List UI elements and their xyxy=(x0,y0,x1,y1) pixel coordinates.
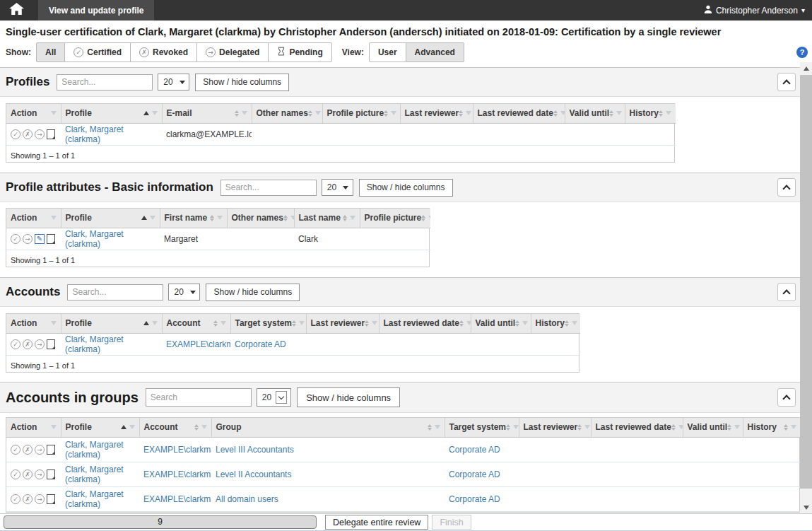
account-link[interactable]: EXAMPLE\clarkma xyxy=(143,494,211,504)
column-header-valid-until[interactable]: Valid until xyxy=(565,104,625,123)
filter-funnel-icon[interactable] xyxy=(51,216,57,220)
target-system-link[interactable]: Corporate AD xyxy=(235,339,286,349)
certify-icon[interactable]: ✓ xyxy=(11,494,20,504)
column-header-history[interactable]: History xyxy=(743,418,801,437)
revoke-icon[interactable]: ✗ xyxy=(23,339,33,349)
filter-funnel-icon[interactable] xyxy=(51,425,57,429)
column-header-last-reviewed-date[interactable]: Last reviewed date xyxy=(379,314,471,333)
column-header-last-reviewer[interactable]: Last reviewer xyxy=(306,314,379,333)
column-header-email[interactable]: E-mail xyxy=(162,104,252,123)
filter-funnel-icon[interactable] xyxy=(513,425,519,429)
scroll-down-button[interactable] xyxy=(800,501,812,513)
column-header-group[interactable]: Group xyxy=(211,418,445,437)
sort-icon[interactable] xyxy=(609,110,613,117)
revoke-icon[interactable]: ✗ xyxy=(23,494,33,504)
target-system-link[interactable]: Corporate AD xyxy=(449,469,500,479)
column-header-profile[interactable]: Profile xyxy=(61,104,162,123)
sort-icon[interactable] xyxy=(553,110,558,117)
filter-revoked-button[interactable]: ✗Revoked xyxy=(130,42,197,62)
filter-funnel-icon[interactable] xyxy=(466,321,471,325)
column-header-last-reviewed-date[interactable]: Last reviewed date xyxy=(473,104,565,123)
sort-ascending-icon[interactable] xyxy=(121,425,126,429)
filter-all-button[interactable]: All xyxy=(36,42,65,62)
filter-funnel-icon[interactable] xyxy=(201,425,207,429)
home-button[interactable] xyxy=(0,0,33,21)
delegate-entire-review-button[interactable]: Delegate entire review xyxy=(325,515,428,530)
filter-funnel-icon[interactable] xyxy=(220,321,226,325)
filter-certified-button[interactable]: ✓Certified xyxy=(64,42,131,62)
filter-funnel-icon[interactable] xyxy=(428,216,430,220)
note-icon[interactable] xyxy=(47,445,55,455)
account-link[interactable]: EXAMPLE\clarkma xyxy=(143,445,211,455)
column-header-action[interactable]: Action xyxy=(6,104,61,123)
group-link[interactable]: Level III Accountants xyxy=(216,445,294,455)
view-user-button[interactable]: User xyxy=(369,42,406,62)
edit-icon[interactable]: ✎ xyxy=(35,234,45,244)
sort-icon[interactable] xyxy=(213,320,218,327)
column-header-target-system[interactable]: Target system xyxy=(230,314,306,333)
sort-icon[interactable] xyxy=(659,110,663,117)
sort-icon[interactable] xyxy=(577,424,582,431)
attributes-show-hide-columns-button[interactable]: Show / hide columns xyxy=(359,179,453,197)
sort-icon[interactable] xyxy=(671,424,676,431)
column-header-profile[interactable]: Profile xyxy=(61,209,160,228)
column-header-target-system[interactable]: Target system xyxy=(445,418,519,437)
column-header-other-names[interactable]: Other names xyxy=(252,104,322,123)
vertical-scrollbar[interactable] xyxy=(800,62,812,513)
column-header-history[interactable]: History xyxy=(625,104,676,123)
sort-icon[interactable] xyxy=(235,110,239,117)
group-link[interactable]: Level II Accountants xyxy=(216,469,291,479)
profile-link[interactable]: Clark, Margaret (clarkma) xyxy=(65,489,124,509)
filter-funnel-icon[interactable] xyxy=(315,111,321,115)
profile-link[interactable]: Clark, Margaret (clarkma) xyxy=(65,465,124,484)
sort-icon[interactable] xyxy=(459,320,464,327)
scroll-up-button[interactable] xyxy=(800,62,812,74)
column-header-last-reviewed-date[interactable]: Last reviewed date xyxy=(591,418,683,437)
help-icon[interactable]: ? xyxy=(796,47,808,58)
column-header-last-reviewer[interactable]: Last reviewer xyxy=(400,104,473,123)
user-menu[interactable]: Christopher Anderson ▾ xyxy=(704,5,805,16)
column-header-profile[interactable]: Profile xyxy=(61,418,139,437)
sort-icon[interactable] xyxy=(292,320,296,327)
revoke-icon[interactable]: ✗ xyxy=(23,469,33,479)
delegate-icon[interactable]: → xyxy=(35,469,45,479)
filter-funnel-icon[interactable] xyxy=(51,111,57,115)
filter-funnel-icon[interactable] xyxy=(242,111,247,115)
certify-icon[interactable]: ✓ xyxy=(11,339,20,349)
sort-icon[interactable] xyxy=(506,424,510,431)
profiles-collapse-button[interactable] xyxy=(777,73,796,91)
filter-funnel-icon[interactable] xyxy=(666,111,671,115)
column-header-action[interactable]: Action xyxy=(6,209,61,228)
note-icon[interactable] xyxy=(47,494,55,504)
filter-funnel-icon[interactable] xyxy=(150,216,155,220)
sort-icon[interactable] xyxy=(459,110,463,117)
filter-funnel-icon[interactable] xyxy=(522,321,528,325)
accounts-search-input[interactable] xyxy=(67,284,163,300)
filter-funnel-icon[interactable] xyxy=(129,425,135,429)
groups-show-hide-columns-button[interactable]: Show / hide columns xyxy=(297,387,400,407)
profiles-search-input[interactable] xyxy=(57,74,153,91)
profile-link[interactable]: Clark, Margaret (clarkma) xyxy=(65,440,124,460)
note-icon[interactable] xyxy=(47,469,55,479)
column-header-profile[interactable]: Profile xyxy=(61,314,162,333)
account-link[interactable]: EXAMPLE\clarkma xyxy=(143,469,211,479)
column-header-account[interactable]: Account xyxy=(139,418,211,437)
attributes-collapse-button[interactable] xyxy=(777,178,796,197)
groups-page-size-select[interactable]: 20 xyxy=(257,388,291,407)
filter-funnel-icon[interactable] xyxy=(572,321,577,325)
sort-icon[interactable] xyxy=(384,110,388,117)
accounts-show-hide-columns-button[interactable]: Show / hide columns xyxy=(206,284,300,301)
column-header-profile-picture[interactable]: Profile picture xyxy=(322,104,400,123)
delegate-icon[interactable]: → xyxy=(35,129,45,139)
delegate-icon[interactable]: → xyxy=(35,445,45,455)
filter-funnel-icon[interactable] xyxy=(584,425,590,429)
note-icon[interactable] xyxy=(47,129,55,139)
note-icon[interactable] xyxy=(47,339,55,349)
profiles-show-hide-columns-button[interactable]: Show / hide columns xyxy=(195,74,289,91)
tab-view-and-update-profile[interactable]: View and update profile xyxy=(38,0,154,21)
column-header-account[interactable]: Account xyxy=(162,314,230,333)
delegate-icon[interactable]: → xyxy=(35,339,45,349)
delegate-icon[interactable]: → xyxy=(35,494,45,504)
filter-funnel-icon[interactable] xyxy=(391,111,396,115)
sort-icon[interactable] xyxy=(210,215,214,221)
